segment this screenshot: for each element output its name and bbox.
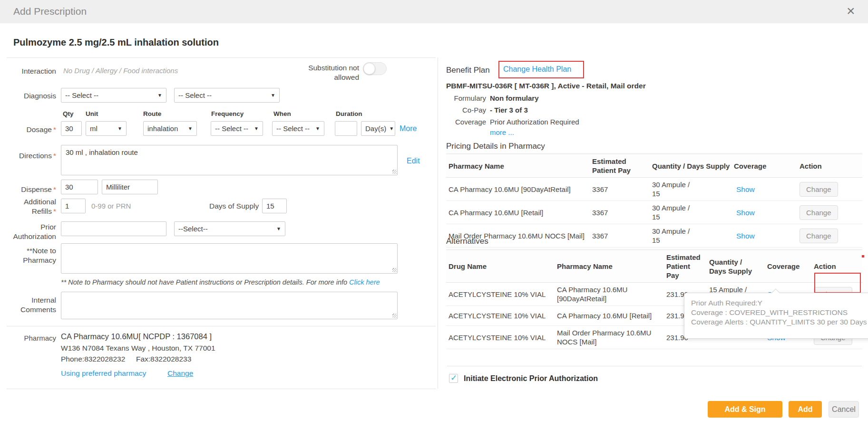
epa-checkbox[interactable]: ✓ <box>449 374 458 383</box>
days-of-supply-input[interactable] <box>262 199 287 213</box>
caret-down-icon: ▼ <box>117 126 122 131</box>
pharmacy-change-link[interactable]: Change <box>167 369 193 378</box>
diagnosis-select-1[interactable]: -- Select -- ▼ <box>61 88 166 103</box>
quantity-days-cell: 30 Ampule / 15 <box>652 203 696 221</box>
quantity-days-cell: 30 Ampule / 15 <box>652 227 696 245</box>
dosage-col-frequency: Frequency <box>211 110 244 117</box>
change-pharmacy-button[interactable]: Change <box>800 182 838 197</box>
coverage-show-link[interactable]: Show <box>736 232 755 240</box>
directions-edit-link[interactable]: Edit <box>407 157 420 165</box>
directions-label: Directions* <box>4 151 56 161</box>
alternatives-heading: Alternatives <box>446 237 488 246</box>
dosage-when-value: -- Select -- <box>276 124 310 133</box>
dosage-duration-unit-select[interactable]: Day(s) ▼ <box>361 121 395 136</box>
dosage-col-qty: Qty <box>63 110 74 117</box>
alt-header-coverage: Coverage <box>765 259 811 273</box>
pharmacy-name-cell: CA Pharmacy 10.6MU [90DayAtRetail] <box>555 283 664 305</box>
add-and-sign-button[interactable]: Add & Sign <box>708 401 782 418</box>
required-marker: * <box>53 185 56 193</box>
modal-header: Add Prescription <box>0 0 868 23</box>
dispense-qty-input[interactable] <box>61 180 98 194</box>
dosage-col-when: When <box>273 110 291 117</box>
pricing-header-coverage: Coverage <box>731 159 797 173</box>
refills-hint: 0-99 or PRN <box>91 202 131 210</box>
coverage-tooltip: Prior Auth Required:Y Coverage : COVERED… <box>684 293 868 339</box>
pricing-table: Pharmacy Name Estimated Patient Pay Quan… <box>446 153 862 248</box>
pricing-header-action: Action <box>797 159 862 173</box>
patient-pay-cell: 3367 <box>590 206 650 219</box>
note-to-pharmacy-textarea[interactable] <box>61 243 398 274</box>
formulary-label: Formulary <box>446 94 486 102</box>
alt-header-pharmacy: Pharmacy Name <box>555 259 664 273</box>
substitution-toggle[interactable] <box>363 62 387 75</box>
resize-grip-icon[interactable] <box>392 170 397 174</box>
caret-down-icon: ▼ <box>315 126 320 131</box>
dosage-col-duration: Duration <box>336 110 362 117</box>
cancel-button[interactable]: Cancel <box>829 401 859 418</box>
resize-grip-icon[interactable] <box>392 268 397 272</box>
dosage-when-select[interactable]: -- Select -- ▼ <box>272 121 324 136</box>
diagnosis-select-2[interactable]: -- Select -- ▼ <box>174 88 280 103</box>
dispense-unit-input[interactable] <box>102 180 158 194</box>
change-pharmacy-button[interactable]: Change <box>800 205 838 220</box>
tooltip-line-2: Coverage : COVERED_WITH_RESTRICTIONS <box>691 308 867 317</box>
diagnosis-label: Diagnosis <box>4 91 56 101</box>
dosage-unit-select[interactable]: ml ▼ <box>86 121 127 136</box>
change-health-plan-link[interactable]: Change Health Plan <box>503 65 571 74</box>
note-to-pharmacy-label: **Note to Pharmacy <box>4 246 56 265</box>
dosage-duration-input[interactable] <box>335 121 357 136</box>
drug-title: Pulmozyme 2.5 mg/2.5 mL inhalation solut… <box>13 37 219 48</box>
close-icon[interactable]: × <box>847 3 855 19</box>
pricing-header-pay: Estimated Patient Pay <box>590 154 650 177</box>
coverage-show-link[interactable]: Show <box>736 185 755 193</box>
toggle-knob-icon <box>363 63 375 75</box>
required-marker: * <box>53 152 56 160</box>
pharmacy-phone: Phone:8322028232 <box>61 355 125 363</box>
pharmacy-name-cell: CA Pharmacy 10.6MU [Retail] <box>555 309 664 323</box>
dispense-label: Dispense* <box>4 185 56 194</box>
preferred-pharmacy-link[interactable]: Using preferred pharmacy <box>61 369 146 378</box>
click-here-link[interactable]: Click here <box>349 278 380 286</box>
plan-name: PBMF-MITSU-036R [ MT-036R ], Active - Re… <box>446 82 646 90</box>
pharmacy-label: Pharmacy <box>4 334 56 343</box>
caret-down-icon: ▼ <box>188 126 193 131</box>
resize-grip-icon[interactable] <box>392 314 397 318</box>
dosage-qty-input[interactable] <box>61 121 82 136</box>
internal-comments-textarea[interactable] <box>61 292 398 319</box>
dosage-frequency-value: -- Select -- <box>215 124 248 133</box>
more-link[interactable]: More <box>400 124 417 133</box>
diagnosis-select-2-value: -- Select -- <box>178 91 212 99</box>
change-pharmacy-button[interactable]: Change <box>800 229 838 243</box>
dosage-frequency-select[interactable]: -- Select -- ▼ <box>211 121 263 136</box>
divider <box>7 326 436 326</box>
coverage-value: Prior Authorization Required <box>490 118 579 126</box>
check-icon: ✓ <box>450 373 457 383</box>
coverage-show-link[interactable]: Show <box>736 209 755 217</box>
drug-name-cell: ACETYLCYSTEINE 10% VIAL <box>446 309 555 323</box>
tooltip-line-3: Coverage Alerts : QUANTITY_LIMITS 30 per… <box>691 317 867 327</box>
required-marker: * <box>53 125 56 133</box>
directions-textarea[interactable]: 30 ml , inhalation route <box>61 145 398 175</box>
substitution-label: Substitution not allowed <box>300 63 359 82</box>
pharmacy-phone-fax: Phone:8322028232 Fax:8322028233 <box>61 355 191 363</box>
tooltip-line-1: Prior Auth Required:Y <box>691 298 867 308</box>
prior-auth-select[interactable]: --Select-- ▼ <box>174 221 285 236</box>
prior-auth-input[interactable] <box>61 221 166 236</box>
additional-refills-input[interactable] <box>61 199 86 213</box>
copay-value: - Tier 3 of 3 <box>490 106 528 114</box>
annotation-dot <box>862 255 864 257</box>
pricing-header-qty: Quantity / Days Supply <box>650 159 731 173</box>
more-details-link[interactable]: more ... <box>490 128 514 136</box>
dosage-route-select[interactable]: inhalation ▼ <box>143 121 197 136</box>
pricing-row-1: CA Pharmacy 10.6MU [90DayAtRetail] 3367 … <box>446 178 862 201</box>
add-button[interactable]: Add <box>789 401 822 418</box>
coverage-label: Coverage <box>446 118 486 126</box>
alternatives-header-row: Drug Name Pharmacy Name Estimated Patien… <box>446 249 862 283</box>
pharmacy-address: W136 N7084 Texans Way , Houston, TX 7700… <box>61 344 215 353</box>
drug-name-cell: ACETYLCYSTEINE 10% VIAL <box>446 331 555 344</box>
dosage-unit-value: ml <box>90 124 98 133</box>
dosage-col-unit: Unit <box>86 110 98 117</box>
dosage-duration-unit-value: Day(s) <box>365 124 386 133</box>
interaction-label: Interaction <box>4 67 56 76</box>
pharmacy-name-cell: Mail Order Pharmacy 10.6MU NOCS [Mail] <box>555 326 664 349</box>
